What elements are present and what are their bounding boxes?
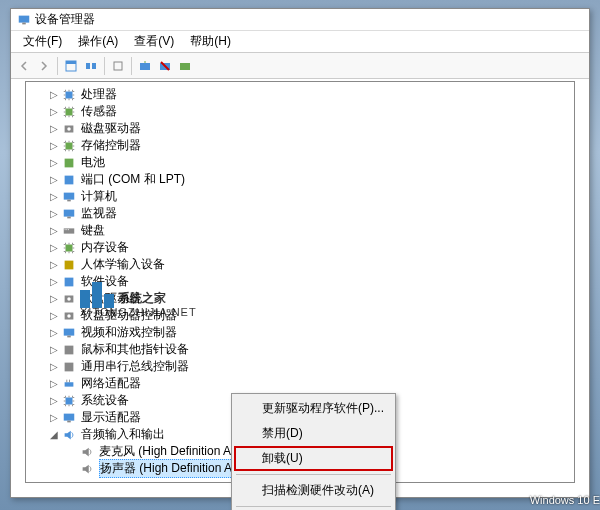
toolbar-btn[interactable]	[62, 57, 80, 75]
device-icon	[61, 393, 77, 409]
expand-icon[interactable]: ▷	[48, 378, 59, 389]
tree-label: 存储控制器	[81, 137, 141, 154]
tree-node[interactable]: ▷磁盘驱动器	[26, 120, 574, 137]
expand-icon[interactable]: ▷	[48, 361, 59, 372]
svg-rect-10	[66, 91, 73, 98]
window-title: 设备管理器	[35, 11, 95, 28]
tree-node[interactable]: ▷视频和游戏控制器	[26, 324, 574, 341]
svg-rect-17	[64, 192, 75, 199]
tree-label: 内存设备	[81, 239, 129, 256]
expand-icon[interactable]: ▷	[48, 344, 59, 355]
svg-rect-23	[66, 229, 67, 230]
separator	[131, 57, 132, 75]
device-icon	[61, 308, 77, 324]
toolbar-btn[interactable]	[82, 57, 100, 75]
expand-icon[interactable]: ▷	[48, 395, 59, 406]
svg-rect-5	[92, 63, 96, 69]
tree-node[interactable]: ▷人体学输入设备	[26, 256, 574, 273]
device-icon	[61, 325, 77, 341]
expand-icon[interactable]: ▷	[48, 225, 59, 236]
tree-node[interactable]: ▷软件设备	[26, 273, 574, 290]
expand-icon[interactable]: ▷	[48, 242, 59, 253]
tree-label: 键盘	[81, 222, 105, 239]
tree-label: 处理器	[81, 86, 117, 103]
tree-label: 监视器	[81, 205, 117, 222]
tree-node[interactable]: ▷软盘驱动器	[26, 290, 574, 307]
device-icon	[61, 223, 77, 239]
expand-icon[interactable]: ▷	[48, 259, 59, 270]
tree-node[interactable]: ▷端口 (COM 和 LPT)	[26, 171, 574, 188]
device-icon	[61, 257, 77, 273]
expand-icon[interactable]: ▷	[48, 123, 59, 134]
svg-rect-16	[65, 175, 74, 184]
expand-icon[interactable]: ▷	[48, 157, 59, 168]
menu-help[interactable]: 帮助(H)	[182, 31, 239, 52]
tree-node[interactable]: ▷传感器	[26, 103, 574, 120]
expand-icon[interactable]: ▷	[48, 412, 59, 423]
expand-icon[interactable]: ▷	[48, 140, 59, 151]
expand-icon[interactable]: ▷	[48, 327, 59, 338]
collapse-icon[interactable]: ◢	[48, 429, 59, 440]
svg-rect-35	[65, 362, 74, 371]
ctx-uninstall[interactable]: 卸载(U)	[234, 446, 393, 471]
tree-node[interactable]: ▷通用串行总线控制器	[26, 358, 574, 375]
svg-rect-27	[65, 277, 74, 286]
tree-node[interactable]: ▷内存设备	[26, 239, 574, 256]
tree-node[interactable]: ▷网络适配器	[26, 375, 574, 392]
toolbar-btn[interactable]	[156, 57, 174, 75]
tree-node[interactable]: ▷鼠标和其他指针设备	[26, 341, 574, 358]
svg-point-29	[67, 297, 71, 301]
device-icon	[61, 138, 77, 154]
menu-view[interactable]: 查看(V)	[126, 31, 182, 52]
toolbar	[11, 53, 589, 79]
device-icon	[61, 155, 77, 171]
tree-label: 传感器	[81, 103, 117, 120]
separator	[236, 474, 391, 475]
tree-node[interactable]: ▷电池	[26, 154, 574, 171]
toolbar-btn[interactable]	[176, 57, 194, 75]
toolbar-btn[interactable]	[109, 57, 127, 75]
expand-icon[interactable]: ▷	[48, 276, 59, 287]
device-icon	[61, 274, 77, 290]
tree-node[interactable]: ▷计算机	[26, 188, 574, 205]
tree-node[interactable]: ▷键盘	[26, 222, 574, 239]
svg-rect-11	[66, 108, 73, 115]
device-icon	[61, 291, 77, 307]
expand-icon[interactable]: ▷	[48, 174, 59, 185]
separator	[236, 506, 391, 507]
menu-file[interactable]: 文件(F)	[15, 31, 70, 52]
svg-rect-22	[65, 229, 66, 230]
tree-label: 系统设备	[81, 392, 129, 409]
svg-rect-36	[65, 382, 74, 386]
svg-point-31	[67, 314, 71, 318]
expand-icon[interactable]: ▷	[48, 310, 59, 321]
svg-rect-1	[22, 22, 26, 24]
tree-node[interactable]: ▷软盘驱动器控制器	[26, 307, 574, 324]
toolbar-btn[interactable]	[136, 57, 154, 75]
device-icon	[61, 359, 77, 375]
svg-rect-9	[180, 63, 190, 70]
svg-rect-40	[64, 413, 75, 420]
menu-action[interactable]: 操作(A)	[70, 31, 126, 52]
ctx-scan[interactable]: 扫描检测硬件改动(A)	[234, 478, 393, 503]
ctx-update-driver[interactable]: 更新驱动程序软件(P)...	[234, 396, 393, 421]
back-button[interactable]	[15, 57, 33, 75]
svg-point-13	[67, 127, 71, 131]
tree-node[interactable]: ▷监视器	[26, 205, 574, 222]
expand-icon[interactable]: ▷	[48, 208, 59, 219]
tree-label: 音频输入和输出	[81, 426, 165, 443]
device-icon	[61, 189, 77, 205]
expand-icon[interactable]: ▷	[48, 293, 59, 304]
ctx-disable[interactable]: 禁用(D)	[234, 421, 393, 446]
expand-icon[interactable]: ▷	[48, 191, 59, 202]
expand-icon[interactable]: ▷	[48, 106, 59, 117]
titlebar[interactable]: 设备管理器	[11, 9, 589, 31]
tree-node[interactable]: ▷存储控制器	[26, 137, 574, 154]
tree-node[interactable]: ▷处理器	[26, 86, 574, 103]
app-icon	[17, 13, 31, 27]
forward-button[interactable]	[35, 57, 53, 75]
svg-rect-7	[140, 63, 150, 70]
tree-label: 通用串行总线控制器	[81, 358, 189, 375]
expand-icon[interactable]: ▷	[48, 89, 59, 100]
tree-label: 软盘驱动器	[81, 290, 141, 307]
